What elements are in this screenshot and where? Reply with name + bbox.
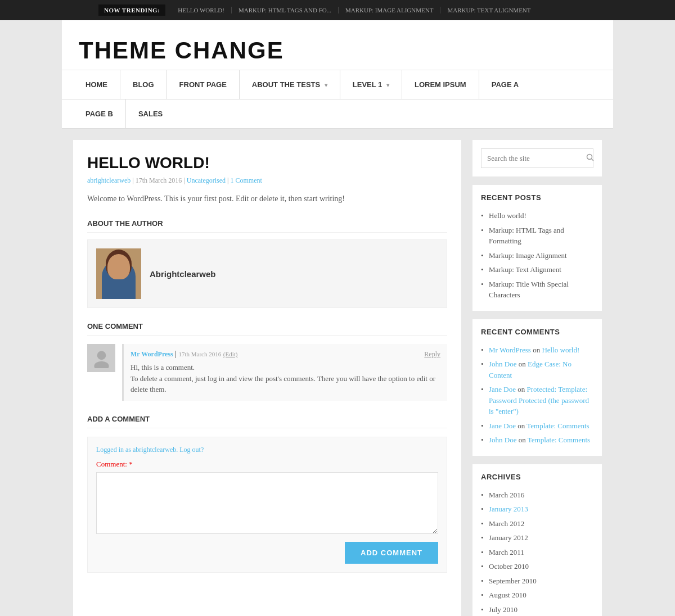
author-section: ABOUT THE AUTHOR Abrightclearweb [87,219,447,308]
archives-widget: ARCHIVES March 2016 January 2013 March 2… [472,464,602,617]
comment-textarea[interactable] [96,472,438,534]
archive-link-jul2010[interactable]: July 2010 [489,605,518,614]
recent-comment-item: John Doe on Template: Comments [481,433,593,447]
nav-home[interactable]: HOME [73,70,120,99]
add-comment-button[interactable]: ADD COMMENT [345,542,438,564]
comment-header-left: Mr WordPress | 17th March 2016 (Edit) [130,350,237,359]
nav-about-tests[interactable]: ABOUT THE TESTS ▾ [240,70,340,99]
required-marker: * [129,460,133,468]
recent-post-item: Markup: Image Alignment [481,248,593,263]
nav-blog[interactable]: BLOG [120,70,167,99]
archive-link-jan2012[interactable]: January 2012 [489,533,528,542]
comment-meta-author-1[interactable]: Mr WordPress [489,346,531,354]
recent-post-link-4[interactable]: Markup: Text Alignment [489,265,561,274]
post-category-link[interactable]: Uncategorised [187,176,226,184]
comment-author[interactable]: Mr WordPress [130,350,173,358]
recent-post-link-1[interactable]: Hello world! [489,211,526,220]
comments-heading: ONE COMMENT [87,322,447,336]
comment-edit-link[interactable]: (Edit) [223,351,238,357]
comment-meta-post-4[interactable]: Template: Comments [526,422,589,430]
site-title: THEME CHANGE [79,37,596,64]
nav-page-a[interactable]: PAGE A [479,70,531,99]
archive-item: July 2010 [481,603,593,617]
post-title: HELLO WORLD! [87,154,447,172]
sidebar: RECENT POSTS Hello world! Markup: HTML T… [472,140,602,616]
search-input[interactable] [482,150,580,167]
recent-post-item: Hello world! [481,209,593,223]
recent-post-item: Markup: HTML Tags and Formatting [481,223,593,248]
trending-link-1[interactable]: HELLO WORLD! [171,7,232,13]
author-box: Abrightclearweb [87,239,447,308]
recent-posts-heading: RECENT POSTS [481,193,593,202]
archive-item: August 2010 [481,588,593,603]
comment-meta-5: John Doe on Template: Comments [489,436,590,444]
add-comment-section: ADD A COMMENT Logged in as abrightclearw… [87,415,447,573]
archive-item: October 2010 [481,559,593,574]
content-area: HELLO WORLD! abrightclearweb | 17th Marc… [62,129,613,616]
recent-post-link-3[interactable]: Markup: Image Alignment [489,251,567,260]
level1-arrow: ▾ [386,82,389,88]
recent-post-link-5[interactable]: Markup: Title With Special Characters [489,280,569,300]
comment-meta-author-2[interactable]: John Doe [489,360,516,368]
comment-meta-2: John Doe on Edge Case: No Content [489,360,572,379]
main-content: HELLO WORLD! abrightclearweb | 17th Marc… [73,140,461,616]
svg-point-1 [94,361,109,368]
comment-meta-author-5[interactable]: John Doe [489,436,516,444]
archive-link-jan2013[interactable]: January 2013 [489,505,528,513]
post-comments-link[interactable]: 1 Comment [230,176,262,184]
comment-meta-1: Mr WordPress on Hello world! [489,346,579,354]
post-content: Welcome to WordPress. This is your first… [87,193,447,205]
archive-link-march2016[interactable]: March 2016 [489,491,524,499]
archive-link-sep2010[interactable]: September 2010 [489,577,537,585]
archive-link-oct2010[interactable]: October 2010 [489,562,529,570]
archive-link-aug2010[interactable]: August 2010 [489,591,526,599]
trending-link-4[interactable]: MARKUP: TEXT ALIGNMENT [440,7,537,13]
post-author-link[interactable]: abrightclearweb [87,176,130,184]
nav-sales[interactable]: SALES [126,99,175,128]
now-trending-label: NOW TRENDING: [98,4,165,16]
recent-post-item: Markup: Title With Special Characters [481,277,593,302]
trending-links: HELLO WORLD! MARKUP: HTML TAGS AND FO...… [171,7,537,13]
recent-comments-widget: RECENT COMMENTS Mr WordPress on Hello wo… [472,319,602,456]
nav-lorem-ipsum[interactable]: LOREM IPSUM [402,70,479,99]
author-section-heading: ABOUT THE AUTHOR [87,219,447,233]
recent-comments-list: Mr WordPress on Hello world! John Doe on… [481,343,593,447]
nav-row2: PAGE B SALES [62,99,613,129]
comment-meta-4: Jane Doe on Template: Comments [489,422,590,430]
archive-item: September 2010 [481,574,593,588]
main-nav: HOME BLOG FRONT PAGE ABOUT THE TESTS ▾ L… [62,70,613,99]
search-button[interactable] [580,149,600,167]
archive-item: January 2013 [481,502,593,517]
author-image [96,248,141,299]
comment-reply-link[interactable]: Reply [424,350,440,359]
logged-in-link[interactable]: Logged in as abrightclearweb. Log out? [96,446,204,454]
recent-post-link-2[interactable]: Markup: HTML Tags and Formatting [489,226,564,246]
archive-link-march2012[interactable]: March 2012 [489,519,524,528]
top-bar: NOW TRENDING: HELLO WORLD! MARKUP: HTML … [0,0,675,20]
archives-heading: ARCHIVES [481,473,593,481]
comment-meta-author-3[interactable]: Jane Doe [489,385,516,393]
comment-meta-post-1[interactable]: Hello world! [542,346,579,354]
search-icon [586,153,594,161]
search-box [481,148,593,168]
trending-link-2[interactable]: MARKUP: HTML TAGS AND FO... [232,7,339,13]
comment-item: Mr WordPress | 17th March 2016 (Edit) Re… [87,344,447,401]
submit-row: ADD COMMENT [96,542,438,564]
about-tests-arrow: ▾ [325,82,327,88]
archive-item: January 2012 [481,531,593,545]
comment-meta-post-5[interactable]: Template: Comments [528,436,590,444]
nav-front-page[interactable]: FRONT PAGE [167,70,240,99]
archive-link-march2011[interactable]: March 2011 [489,548,524,556]
archive-item: March 2011 [481,545,593,560]
header: THEME CHANGE [62,20,613,70]
comment-label: Comment: * [96,460,438,469]
comment-date: 17th March 2016 [178,351,221,357]
recent-comment-item: Jane Doe on Template: Comments [481,419,593,433]
comment-avatar [87,344,115,372]
nav-page-b[interactable]: PAGE B [73,99,126,128]
recent-comments-heading: RECENT COMMENTS [481,328,593,336]
nav-level1[interactable]: LEVEL 1 ▾ [340,70,402,99]
comment-meta-author-4[interactable]: Jane Doe [489,422,516,430]
recent-post-item: Markup: Text Alignment [481,262,593,277]
trending-link-3[interactable]: MARKUP: IMAGE ALIGNMENT [339,7,440,13]
